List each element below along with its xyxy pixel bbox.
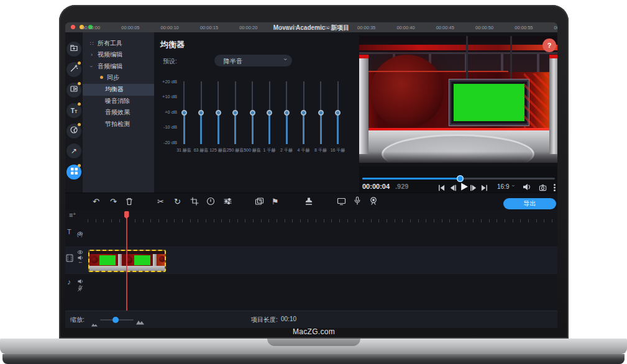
more-tools-badge (78, 164, 81, 167)
link-toggle-icon[interactable]: (–) (77, 232, 83, 237)
help-button[interactable]: ? (542, 39, 556, 52)
laptop-front-edge (2, 354, 625, 364)
project-length-value: 00:10 (281, 316, 296, 322)
eq-band-slider[interactable]: 4 千赫 (295, 81, 313, 156)
chevron-down-icon: › (282, 58, 289, 60)
titles-icon: TT (71, 107, 77, 114)
clip-green-screen (99, 255, 116, 265)
marker-flag-button[interactable]: ⚑ (272, 197, 279, 206)
slider-knob[interactable] (181, 110, 187, 116)
screenshot: MacZG.com Movavi Academic - 新项目 TT (0, 0, 627, 364)
preview-menu-button[interactable] (554, 184, 556, 186)
slider-knob[interactable] (198, 110, 204, 116)
eq-band-slider[interactable]: 16 千赫 (329, 81, 347, 156)
aspect-ratio-dropdown[interactable]: 16:9 (497, 183, 509, 190)
rotate-button[interactable]: ↻ (174, 197, 181, 206)
grid-icon (70, 166, 78, 178)
laptop-notch (267, 339, 360, 346)
stamp-button[interactable] (304, 197, 313, 208)
tree-item-all-tools[interactable]: 所有工具 (98, 39, 122, 48)
tree-item-sync[interactable]: 同步 (107, 73, 119, 82)
slider-knob[interactable] (335, 110, 341, 116)
tree-item-beat-detection[interactable]: 节拍检测 (105, 120, 130, 129)
tree-item-video-editing[interactable]: 视频编辑 (98, 50, 122, 59)
slider-knob[interactable] (250, 110, 255, 116)
eq-band-slider[interactable]: 63 赫兹 (193, 81, 210, 156)
delete-button[interactable] (125, 197, 134, 208)
redo-button[interactable]: ↷ (110, 197, 117, 206)
title-track-icon: T (67, 228, 71, 235)
import-media-button[interactable] (66, 42, 81, 57)
eq-band-slider[interactable]: 1 千赫 (261, 81, 278, 156)
titles-badge (78, 102, 81, 106)
eq-band-slider[interactable]: 500 赫兹 (244, 81, 261, 156)
slider-knob[interactable] (216, 110, 221, 116)
db-label: +10 dB (153, 94, 177, 99)
eq-band-slider[interactable]: 31 赫兹 (175, 81, 193, 156)
playhead-line[interactable] (126, 211, 127, 311)
slider-knob[interactable] (301, 110, 306, 116)
studio-pillar (359, 57, 368, 154)
clip-speed-button[interactable] (206, 197, 215, 208)
mic-muted-icon[interactable] (77, 283, 83, 294)
sync-badge (100, 76, 103, 79)
record-audio-mic-button[interactable] (353, 196, 362, 208)
eq-band-slider[interactable]: 250 赫兹 (227, 81, 244, 156)
ruler-label: 00:00:20 (239, 25, 257, 30)
seek-progress (362, 178, 460, 180)
crop-button[interactable] (190, 197, 199, 208)
video-clip[interactable] (88, 250, 166, 272)
tree-item-audio-effects[interactable]: 音频效果 (105, 108, 130, 117)
folder-plus-icon (70, 43, 78, 55)
slider-knob[interactable] (318, 110, 324, 116)
export-button[interactable]: 导出 (503, 198, 556, 209)
ruler-label: 00:00:45 (436, 25, 454, 30)
preset-dropdown[interactable]: 降半音 › (214, 55, 292, 66)
preset-value: 降半音 (224, 57, 242, 66)
animation-button[interactable]: ↗ (66, 143, 81, 158)
zoom-out-icon[interactable] (91, 318, 98, 328)
zoom-label: 缩放: (70, 316, 85, 324)
app-window: Movavi Academic - 新项目 TT ↗ (65, 22, 557, 328)
transition-icon (70, 84, 78, 96)
arrow-up-right-icon: ↗ (71, 147, 77, 155)
undo-button[interactable]: ↶ (93, 197, 99, 206)
zoom-in-icon[interactable] (136, 316, 144, 327)
chevron-down-icon: › (510, 185, 516, 187)
screen-capture-button[interactable] (337, 197, 346, 208)
chevron-right-icon: › (91, 50, 93, 59)
panel-title: 均衡器 (160, 39, 185, 50)
grid-icon: ∷ (90, 39, 94, 48)
cut-scissors-button[interactable]: ✂ (157, 197, 164, 206)
filters-badge (78, 61, 81, 65)
ruler-label: 00: (554, 25, 557, 30)
slider-knob[interactable] (267, 110, 272, 116)
ruler-label: 00:00:05 (121, 25, 139, 30)
arrow-left-icon[interactable]: ← (78, 258, 83, 265)
slider-knob[interactable] (232, 110, 238, 116)
transitions-badge (78, 82, 81, 85)
project-length-label: 项目长度: (251, 316, 278, 324)
adjustments-button[interactable] (223, 197, 232, 208)
webcam-button[interactable] (369, 196, 378, 208)
ruler-label: 00:00:35 (357, 25, 375, 30)
add-transition-button[interactable] (255, 197, 264, 208)
watermark: MacZG.com (59, 327, 569, 336)
tree-item-noise-removal[interactable]: 噪音消除 (105, 97, 130, 106)
eq-band-slider[interactable]: 125 赫兹 (209, 81, 227, 156)
tree-item-equalizer[interactable]: 均衡器 (105, 85, 124, 94)
seek-knob[interactable] (457, 175, 464, 182)
db-label: -10 dB (153, 124, 177, 130)
add-track-button[interactable]: ≡+ (69, 211, 76, 219)
zoom-slider-knob[interactable] (112, 317, 119, 323)
ruler-label: 00:00:30 (318, 25, 336, 30)
db-label: +20 dB (153, 79, 177, 84)
ruler-label: 00:00:10 (161, 25, 179, 30)
slider-knob[interactable] (284, 110, 290, 116)
video-preview[interactable] (359, 32, 557, 166)
tree-item-audio-editing[interactable]: 音频编辑 (98, 62, 122, 71)
preset-label: 预设: (163, 57, 177, 66)
eq-band-slider[interactable]: 8 千赫 (312, 81, 329, 156)
ruler-label: 00:00:15 (200, 25, 218, 30)
eq-band-slider[interactable]: 2 千赫 (278, 81, 295, 156)
